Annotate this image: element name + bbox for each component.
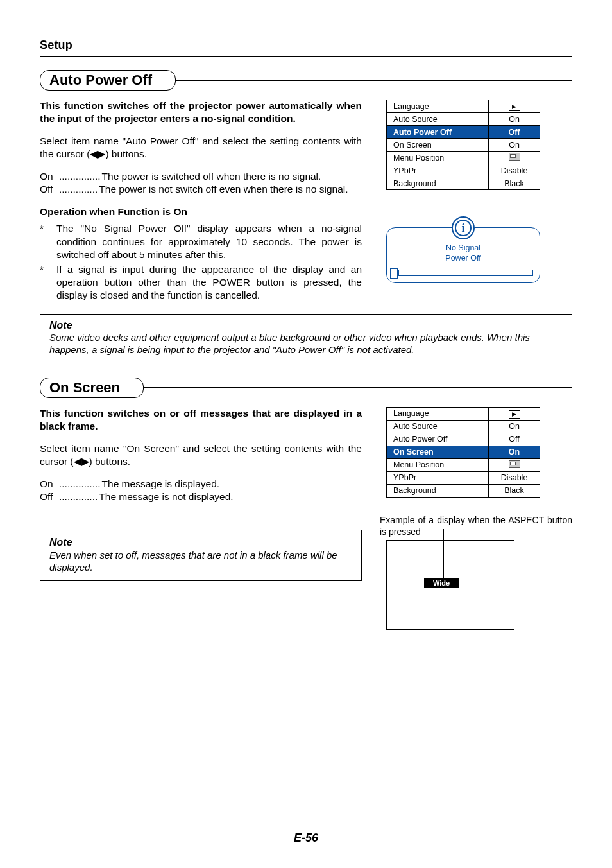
row-value: Off — [489, 126, 540, 139]
row-value: Disable — [489, 164, 540, 177]
no-signal-display: i No Signal Power Off — [386, 227, 540, 283]
play-icon: ▶ — [509, 410, 520, 419]
section-header: Setup — [40, 39, 572, 52]
row-value: On — [489, 446, 540, 458]
row-label: On Screen — [387, 446, 489, 458]
os-settings-table: Language▶ Auto SourceOn Auto Power OffOf… — [386, 407, 540, 498]
os-note-box: Note Even when set to off, messages that… — [40, 530, 362, 581]
progress-bar — [393, 270, 533, 276]
row-value — [489, 152, 540, 164]
page-number: E-56 — [0, 831, 612, 845]
row-label: YPbPr — [387, 471, 489, 484]
table-row: Menu Position — [387, 152, 540, 164]
on-screen-title: On Screen — [40, 378, 144, 398]
auto-power-off-title: Auto Power Off — [40, 70, 176, 91]
os-off-key: Off — [40, 490, 58, 503]
note-title: Note — [49, 535, 352, 549]
table-row: Auto Power OffOff — [387, 433, 540, 446]
apo-settings-table: Language▶ Auto SourceOn Auto Power OffOf… — [386, 100, 540, 190]
apo-intro: This function switches off the projector… — [40, 100, 362, 126]
row-label: Auto Source — [387, 113, 489, 126]
table-row: Auto SourceOn — [387, 113, 540, 126]
apo-select: Select item name "Auto Power Off" and se… — [40, 135, 362, 161]
position-icon — [509, 460, 520, 468]
apo-def-list: On ............... The power is switched… — [40, 170, 362, 196]
info-line2: Power Off — [445, 254, 480, 263]
os-on-key: On — [40, 478, 58, 490]
row-label: Language — [387, 407, 489, 420]
table-row: Language▶ — [387, 100, 540, 113]
dots: .............. — [58, 183, 99, 196]
table-row: YPbPrDisable — [387, 164, 540, 177]
apo-bullets: *The "No Signal Power Off" display appea… — [40, 222, 362, 302]
row-label: Menu Position — [387, 458, 489, 471]
row-label: Auto Power Off — [387, 433, 489, 446]
info-line1: No Signal — [446, 243, 480, 252]
apo-bullet-2: *If a signal is input during the appeara… — [40, 263, 362, 302]
table-row: BackgroundBlack — [387, 484, 540, 497]
row-value: On — [489, 139, 540, 152]
aspect-display: Wide — [386, 540, 514, 630]
table-row: Auto SourceOn — [387, 420, 540, 433]
os-def-list: On ............... The message is displa… — [40, 478, 362, 504]
note-title: Note — [49, 320, 563, 331]
dots: .............. — [58, 490, 99, 503]
table-row: Language▶ — [387, 407, 540, 420]
aspect-caption: Example of a display when the ASPECT but… — [380, 514, 572, 537]
apo-on-val: The power is switched off when there is … — [102, 170, 362, 183]
row-label: Background — [387, 484, 489, 497]
table-row: On ScreenOn — [387, 139, 540, 152]
auto-power-off-title-row: Auto Power Off — [40, 70, 572, 91]
row-value: ▶ — [489, 407, 540, 420]
os-off-val: The message is not displayed. — [99, 490, 362, 503]
row-value: Disable — [489, 471, 540, 484]
table-row: Menu Position — [387, 458, 540, 471]
os-intro: This function switches on or off message… — [40, 407, 362, 433]
os-on-val: The message is displayed. — [102, 478, 362, 490]
row-label: YPbPr — [387, 164, 489, 177]
table-row-selected: On ScreenOn — [387, 446, 540, 458]
on-screen-title-row: On Screen — [40, 378, 572, 398]
title-line — [140, 387, 572, 388]
note-text: Some video decks and other equipment out… — [49, 331, 563, 356]
row-value: On — [489, 113, 540, 126]
row-label: Language — [387, 100, 489, 113]
title-line — [172, 80, 572, 81]
play-icon: ▶ — [509, 103, 520, 111]
row-value: Black — [489, 177, 540, 190]
row-value: On — [489, 420, 540, 433]
os-select: Select item name "On Screen" and select … — [40, 442, 362, 469]
pointer-line — [443, 529, 444, 579]
info-icon: i — [452, 216, 475, 239]
apo-bullet-1: *The "No Signal Power Off" display appea… — [40, 222, 362, 261]
dots: ............... — [58, 170, 102, 183]
row-label: Background — [387, 177, 489, 190]
apo-bullet-2-text: If a signal is input during the appearan… — [56, 264, 362, 301]
note-text: Even when set to off, messages that are … — [49, 549, 352, 574]
apo-op-heading: Operation when Function is On — [40, 205, 362, 218]
row-value: Off — [489, 433, 540, 446]
row-value — [489, 458, 540, 471]
table-row: BackgroundBlack — [387, 177, 540, 190]
table-row-selected: Auto Power OffOff — [387, 126, 540, 139]
apo-off-key: Off — [40, 183, 58, 196]
row-value: ▶ — [489, 100, 540, 113]
row-label: Auto Power Off — [387, 126, 489, 139]
apo-off-val: The power is not switch off even when th… — [99, 183, 362, 196]
position-icon — [509, 153, 520, 161]
apo-note-box: Note Some video decks and other equipmen… — [40, 314, 572, 363]
row-label: Auto Source — [387, 420, 489, 433]
apo-bullet-1-text: The "No Signal Power Off" display appear… — [56, 223, 362, 260]
apo-on-key: On — [40, 170, 58, 183]
row-label: On Screen — [387, 139, 489, 152]
dots: ............... — [58, 478, 102, 490]
table-row: YPbPrDisable — [387, 471, 540, 484]
divider — [40, 56, 572, 57]
aspect-label: Wide — [424, 578, 459, 588]
row-value: Black — [489, 484, 540, 497]
row-label: Menu Position — [387, 152, 489, 164]
